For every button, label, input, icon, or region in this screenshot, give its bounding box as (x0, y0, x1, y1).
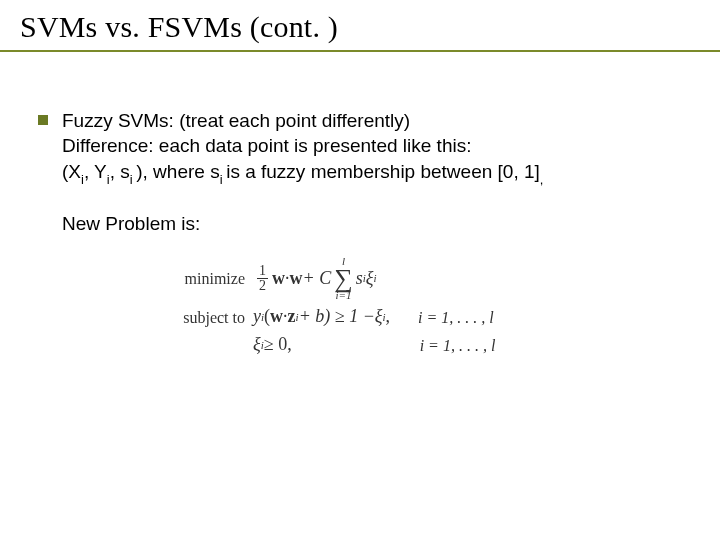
square-bullet-icon (38, 115, 48, 125)
spacer (62, 187, 682, 211)
formula-row-constraint-1: subject to yi (w · zi + b) ≥ 1 − ξi, i =… (125, 305, 595, 329)
bullet-line-1: Fuzzy SVMs: (treat each point differentl… (62, 108, 682, 133)
bullet-text: Fuzzy SVMs: (treat each point differentl… (62, 108, 682, 236)
one-half: 1 2 (257, 264, 268, 293)
title-area: SVMs vs. FSVMs (cont. ) (0, 0, 720, 50)
subject-to-label: subject to (125, 307, 253, 328)
w-vector-2: w (290, 267, 303, 291)
index-range-2: i = 1, . . . , l (420, 335, 496, 356)
bullet-item: Fuzzy SVMs: (treat each point differentl… (38, 108, 682, 236)
formula-block: minimize 1 2 w · w + C l ∑ i=1 siξi subj… (125, 256, 595, 357)
slide-title: SVMs vs. FSVMs (cont. ) (20, 10, 700, 44)
index-range-1: i = 1, . . . , l (418, 307, 494, 328)
slide: SVMs vs. FSVMs (cont. ) Fuzzy SVMs: (tre… (0, 0, 720, 540)
w-vector: w (272, 267, 285, 291)
formula-row-constraint-2: ξi ≥ 0, i = 1, . . . , l (125, 333, 595, 357)
formula-row-objective: minimize 1 2 w · w + C l ∑ i=1 siξi (125, 256, 595, 301)
summation-icon: l ∑ i=1 (334, 256, 353, 301)
bullet-line-3: (Xi, Yi, si ), where si is a fuzzy membe… (62, 159, 682, 187)
new-problem-label: New Problem is: (62, 211, 682, 236)
minimize-label: minimize (125, 268, 253, 289)
bullet-line-2: Difference: each data point is presented… (62, 133, 682, 158)
slide-body: Fuzzy SVMs: (treat each point differentl… (0, 52, 720, 357)
